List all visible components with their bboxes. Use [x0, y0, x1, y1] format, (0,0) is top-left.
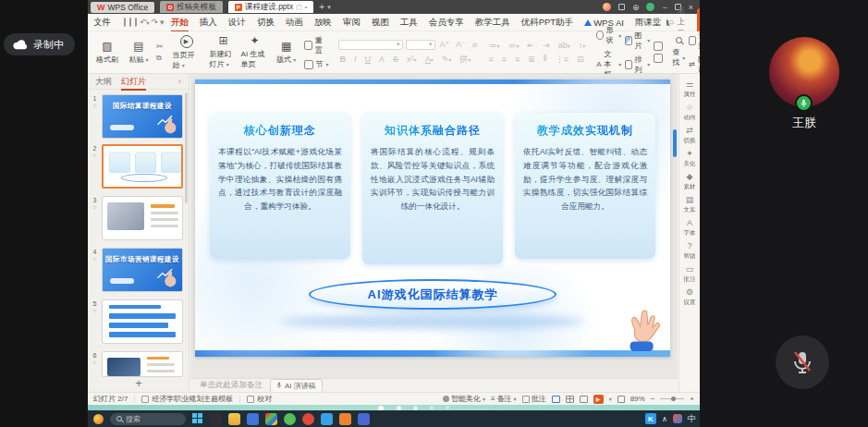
text-tools-icon[interactable]: ⊟	[575, 55, 586, 64]
menu-insert[interactable]: 插入	[194, 17, 223, 29]
zoom-slider[interactable]	[660, 398, 684, 399]
slideshow-play-button[interactable]: ▶	[593, 395, 604, 404]
bullets-icon[interactable]: ≔▾	[487, 41, 502, 50]
slide-sorter-icon[interactable]	[566, 396, 574, 403]
zoom-level[interactable]: 89%	[630, 395, 645, 403]
zoom-out-button[interactable]: −	[651, 395, 655, 403]
char-border-icon[interactable]: A	[377, 55, 386, 64]
font-color-icon[interactable]: A▾	[423, 55, 435, 64]
play-options-caret[interactable]: ▾	[609, 396, 612, 402]
section-button[interactable]: 节 ▾	[304, 59, 329, 69]
align-center-icon[interactable]: ≡	[500, 55, 508, 64]
zoom-in-button[interactable]: +	[690, 395, 694, 403]
rail-help[interactable]: ?帮助	[683, 241, 696, 261]
italic-icon[interactable]: I	[352, 55, 359, 64]
print-icon[interactable]	[129, 18, 131, 27]
current-slide[interactable]: 核心创新理念 本课程以“AI技术赋能+游戏化场景落地”为核心，打破传统国际结算教…	[195, 79, 670, 357]
phonetic-icon[interactable]: 拼▾	[458, 54, 472, 66]
slide-banner[interactable]: AI游戏化国际结算教学	[309, 279, 556, 310]
slide-thumbnail-5[interactable]	[102, 299, 183, 344]
find-icon[interactable]	[676, 37, 682, 43]
rail-beautify[interactable]: ✦美化	[683, 149, 696, 168]
minimize-button[interactable]: −	[662, 3, 666, 12]
canvas-scrollbar[interactable]	[673, 129, 677, 157]
numbering-icon[interactable]: ≕▾	[507, 41, 521, 50]
quickbar-caret-icon[interactable]: ▾	[160, 18, 165, 27]
rail-comments[interactable]: ▭批注	[683, 264, 696, 284]
fill-icon[interactable]	[654, 42, 663, 51]
outline-icon[interactable]	[654, 54, 663, 63]
collapse-panel-icon[interactable]: ‹	[178, 77, 181, 86]
taskbar-app-icon[interactable]	[321, 413, 333, 425]
tab-pin-icon[interactable]: ▢	[296, 4, 302, 11]
weather-icon[interactable]	[93, 414, 104, 424]
card-core-concept[interactable]: 核心创新理念 本课程以“AI技术赋能+游戏化场景落地”为核心，打破传统国际结算教…	[210, 113, 350, 259]
card-knowledge-path[interactable]: 知识体系融合路径 将国际结算的核心流程、规则条款、风险管控等关键知识点，系统性地…	[362, 113, 503, 264]
notes-bar[interactable]: 单击此处添加备注 AI 演讲稿	[190, 378, 678, 392]
tray-app-icon[interactable]	[673, 414, 682, 423]
new-slide-button[interactable]: ⊞ 新建幻灯片 ▾	[210, 35, 238, 69]
template-name[interactable]: 经济学职业规划主题模板	[141, 394, 233, 404]
font-family-select[interactable]	[338, 40, 403, 50]
redo-icon[interactable]: ↷	[152, 18, 159, 27]
ai-script-button[interactable]: AI 演讲稿	[270, 379, 323, 393]
comments-button[interactable]: 批注	[522, 394, 546, 404]
menu-design[interactable]: 设计	[223, 17, 251, 29]
menu-file[interactable]: 文件	[88, 17, 116, 29]
undo-icon[interactable]: ↶▾	[140, 18, 150, 27]
superscript-icon[interactable]: x²▾	[405, 55, 419, 64]
tray-expand-icon[interactable]: ∧	[662, 415, 667, 423]
taskbar-search[interactable]: 搜索	[110, 413, 186, 425]
increase-indent-icon[interactable]: ⇥	[541, 41, 552, 50]
rail-animation[interactable]: ☆动画	[683, 103, 696, 122]
justify-icon[interactable]: ≣	[526, 55, 537, 64]
copy-icon[interactable]: ⧉	[156, 54, 164, 63]
find-button[interactable]: 查找▾	[672, 47, 685, 67]
text-direction-icon[interactable]: ab▾	[556, 41, 572, 50]
clear-format-icon[interactable]: ⌀	[471, 40, 479, 49]
proofing-button[interactable]: 校对	[247, 394, 272, 404]
globe-icon[interactable]: ⊕	[632, 3, 640, 12]
smart-beautify-button[interactable]: 智能美化▾	[443, 394, 485, 404]
rail-library[interactable]: ▤文库	[683, 195, 696, 214]
save-icon[interactable]	[124, 18, 126, 27]
slide-thumbnail-3[interactable]	[102, 196, 183, 240]
strikethrough-icon[interactable]: S	[391, 55, 400, 64]
normal-view-icon[interactable]	[552, 396, 560, 403]
fullscreen-icon[interactable]	[617, 396, 625, 403]
font-size-select[interactable]	[406, 40, 435, 50]
k-app-icon[interactable]: K	[645, 413, 656, 424]
reset-button[interactable]: 重置	[304, 35, 329, 55]
align-right-icon[interactable]: ≡	[513, 55, 521, 64]
increase-font-icon[interactable]: A⁺	[438, 40, 452, 49]
decrease-font-icon[interactable]: A⁻	[454, 40, 468, 49]
slide-thumbnail-4[interactable]: 国际市场营销课程建设	[102, 248, 183, 292]
bold-icon[interactable]: B	[338, 55, 348, 64]
rail-fonts[interactable]: A字体	[683, 218, 696, 238]
new-tab-button[interactable]: +	[319, 2, 324, 12]
menu-view[interactable]: 视图	[366, 17, 395, 29]
rail-transition[interactable]: ⇄切换	[683, 126, 696, 145]
menu-rain-classroom[interactable]: 雨课堂	[630, 17, 667, 29]
menu-home[interactable]: 开始	[165, 17, 194, 29]
menu-slideshow[interactable]: 放映	[309, 17, 337, 29]
add-slide-button[interactable]: +	[88, 376, 189, 390]
decrease-indent-icon[interactable]: ⇤	[526, 41, 537, 50]
wps-home-button[interactable]: W WPS Office	[91, 2, 154, 13]
taskbar-app-icon[interactable]	[247, 413, 259, 425]
rail-settings[interactable]: ⚙设置	[683, 287, 696, 307]
cut-icon[interactable]: ✂	[156, 42, 164, 51]
line-spacing-icon[interactable]: ↕▾	[577, 41, 588, 50]
tab-slides[interactable]: 幻灯片	[121, 76, 146, 88]
theme-emoji-icon[interactable]	[603, 3, 611, 11]
wechat-icon[interactable]	[284, 413, 296, 425]
menu-teaching-tools[interactable]: 教学工具	[470, 17, 516, 29]
tab-list-caret[interactable]: ▾	[327, 4, 331, 11]
notes-toggle-button[interactable]: ≡备注▾	[491, 394, 517, 404]
highlight-icon[interactable]: ✎▾	[440, 55, 454, 64]
ime-indicator[interactable]: 中	[688, 413, 696, 425]
file-explorer-icon[interactable]	[228, 413, 240, 425]
shapes-button[interactable]: 形状▾	[596, 25, 621, 45]
align-left-icon[interactable]: ≡	[487, 55, 495, 64]
mute-microphone-button[interactable]	[776, 336, 829, 389]
